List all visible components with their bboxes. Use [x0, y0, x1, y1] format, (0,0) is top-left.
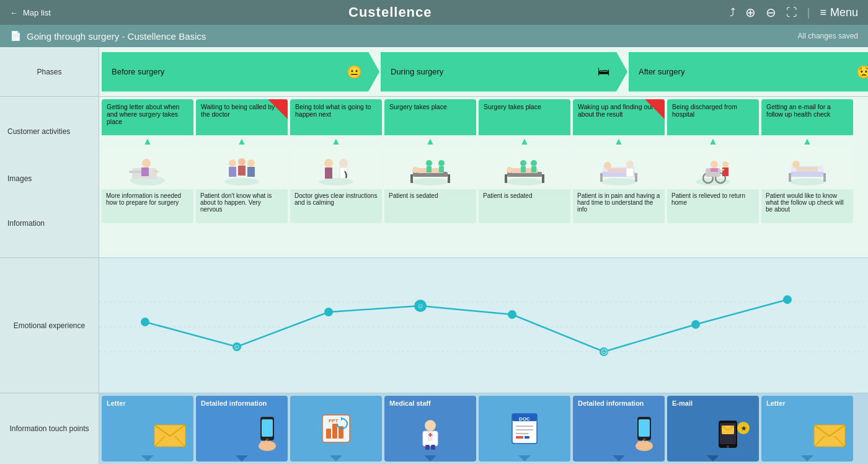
svg-rect-35	[521, 166, 526, 172]
activities-row: Getting letter about when and where surg…	[99, 97, 868, 258]
act7-info: Patient is relieved to return home	[667, 189, 759, 223]
svg-rect-78	[268, 441, 272, 448]
tp6-down-arrow	[613, 455, 625, 462]
doc-title: Going through surgery - Custellence Basi…	[27, 31, 206, 42]
act6-info: Patient is in pain and having a hard tim…	[573, 189, 665, 223]
svg-rect-30	[505, 174, 507, 183]
phase-during-label: During surgery	[391, 67, 443, 76]
tp8-icon	[766, 407, 848, 458]
tp-card-4[interactable]: Medical staff	[384, 396, 476, 462]
tp-card-5[interactable]: DOC	[479, 396, 570, 462]
act2-img-svg	[217, 149, 267, 187]
svg-rect-31	[542, 174, 544, 183]
tp6-icon	[578, 407, 660, 458]
svg-point-45	[626, 161, 634, 168]
tp-card-7[interactable]: E-mail ★	[667, 396, 759, 462]
tp-card-6[interactable]: Detailed information	[573, 396, 665, 462]
svg-point-51	[711, 161, 718, 168]
tp4-label: Medical staff	[389, 399, 471, 407]
tp-card-1[interactable]: Letter	[102, 396, 193, 462]
act6-img-svg	[594, 149, 644, 187]
activity-card-7[interactable]: Being discharged from hospital ▲	[667, 99, 759, 223]
svg-point-9	[238, 158, 246, 166]
act4-img-svg	[405, 149, 455, 187]
svg-rect-27	[439, 166, 444, 172]
svg-rect-20	[410, 174, 413, 183]
activity-card-6[interactable]: Waking up and finding out about the resu…	[573, 99, 665, 223]
svg-rect-46	[626, 168, 634, 177]
save-status: All changes saved	[798, 32, 858, 40]
tp-card-2[interactable]: Detailed information	[196, 396, 288, 462]
tp3-down-arrow	[330, 455, 342, 462]
svg-text:☹: ☹	[601, 348, 608, 355]
act5-info: Patient is sedated	[479, 189, 570, 223]
act6-badge	[645, 99, 665, 119]
svg-point-24	[426, 160, 432, 166]
tp6-label: Detailed information	[578, 399, 660, 407]
svg-point-14	[324, 159, 333, 167]
titlebar: 📄 Going through surgery - Custellence Ba…	[0, 25, 868, 47]
svg-point-56	[790, 178, 825, 185]
svg-point-13	[319, 178, 353, 185]
act7-arrow: ▲	[667, 135, 759, 147]
scroll-container[interactable]: Before surgery 😐 During surgery 🛏 After …	[99, 47, 868, 464]
label-customer: Customer activities	[7, 127, 70, 136]
svg-rect-92	[425, 445, 430, 450]
emotion-dot-1	[141, 318, 149, 326]
svg-rect-41	[635, 173, 637, 182]
share-icon[interactable]: ⤴	[730, 6, 735, 19]
tp-card-8[interactable]: Letter	[761, 396, 853, 462]
svg-rect-62	[796, 167, 818, 172]
labels-column: Phases Customer activities Images Inform…	[0, 47, 99, 464]
act3-arrow: ▲	[290, 135, 382, 147]
act7-image	[667, 147, 759, 189]
svg-rect-76	[260, 441, 264, 448]
svg-rect-107	[642, 440, 645, 448]
activity-card-2[interactable]: Waiting to being called by the doctor ▲	[196, 99, 288, 223]
act3-image	[290, 147, 382, 189]
tp8-down-arrow	[801, 455, 813, 462]
activity-card-5[interactable]: Surgery takes place ▲	[479, 99, 570, 223]
zoom-out-icon[interactable]: ⊖	[766, 5, 776, 20]
svg-rect-3	[141, 167, 149, 176]
tp-card-3[interactable]: PPT	[290, 396, 382, 462]
act1-header: Getting letter about when and where surg…	[102, 99, 193, 135]
activity-card-1[interactable]: Getting letter about when and where surg…	[102, 99, 193, 223]
act1-arrow: ▲	[102, 135, 193, 147]
label-touchpoints: Information touch points	[0, 393, 99, 464]
phase-before-label: Before surgery	[112, 67, 164, 76]
activity-card-3[interactable]: Being told what is going to happen next …	[290, 99, 382, 223]
svg-point-33	[507, 167, 513, 173]
svg-rect-108	[645, 441, 649, 448]
topbar: ← Map list Custellence ⤴ ⊕ ⊖ ⛶ | ≡ Menu	[0, 0, 868, 25]
act4-header: Surgery takes place	[384, 99, 476, 135]
svg-rect-44	[608, 168, 626, 173]
zoom-in-icon[interactable]: ⊕	[745, 5, 756, 20]
svg-rect-93	[431, 445, 435, 450]
back-label: Map list	[23, 8, 51, 17]
tp7-label: E-mail	[672, 399, 754, 407]
tp2-down-arrow	[236, 455, 248, 462]
svg-rect-103	[639, 419, 650, 437]
phase-after-label: After surgery	[639, 67, 684, 76]
act6-arrow: ▲	[573, 135, 665, 147]
back-button[interactable]: ← Map list	[10, 8, 51, 17]
activity-card-4[interactable]: Surgery takes place ▲	[384, 99, 476, 223]
activity-card-8[interactable]: Getting an e-mail for a follow up health…	[761, 99, 853, 223]
act8-header: Getting an e-mail for a follow up health…	[761, 99, 853, 135]
svg-rect-79	[272, 442, 275, 447]
svg-point-26	[438, 160, 445, 166]
svg-point-28	[506, 178, 543, 185]
act5-image	[479, 147, 570, 189]
back-arrow-icon: ←	[10, 8, 18, 17]
act3-img-svg	[311, 149, 361, 187]
menu-button[interactable]: ≡ Menu	[820, 6, 858, 19]
fullscreen-icon[interactable]: ⛶	[786, 6, 797, 19]
svg-point-23	[412, 167, 418, 173]
act6-header: Waking up and finding out about the resu…	[573, 99, 665, 135]
phase-before-emoji: 😐	[347, 65, 362, 79]
emotion-dot-8	[783, 295, 792, 304]
act2-info: Patient don't know what is about to happ…	[196, 189, 288, 223]
svg-text:PPT: PPT	[329, 418, 339, 424]
act8-arrow: ▲	[761, 135, 853, 147]
